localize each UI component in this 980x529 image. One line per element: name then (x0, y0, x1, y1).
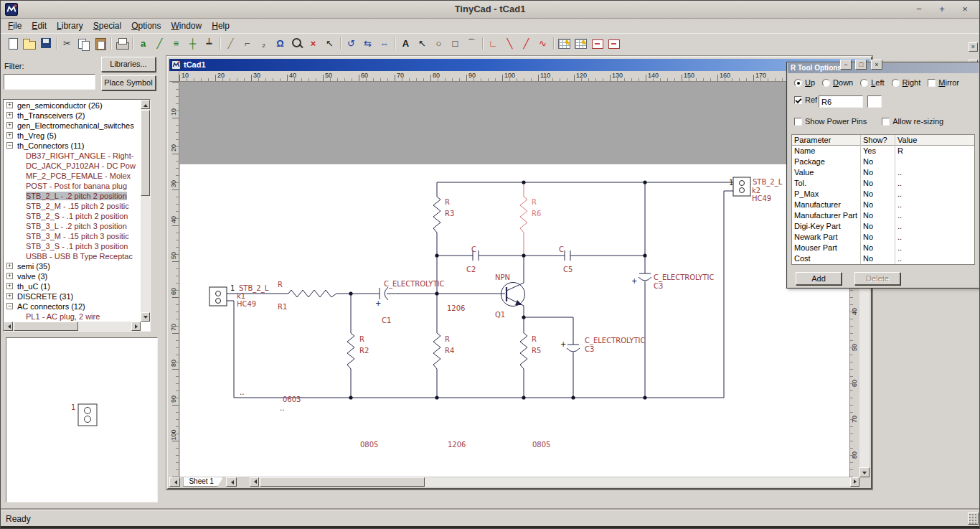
maximize-button[interactable]: + (933, 2, 951, 16)
mirror-checkbox[interactable]: Mirror (928, 78, 959, 87)
menu-window[interactable]: Window (166, 19, 207, 32)
param-row[interactable]: P_MaxNo.. (792, 189, 974, 200)
menu-options[interactable]: Options (126, 19, 166, 32)
tree-item[interactable]: DC_JACK_PJ102AH - DC Pow (4, 161, 140, 171)
minimize-button[interactable]: − (910, 2, 928, 16)
expand-icon[interactable]: + (6, 132, 13, 139)
ref-checkbox[interactable]: Ref (794, 95, 817, 104)
menu-help[interactable]: Help (207, 19, 235, 32)
tree-item[interactable]: USBB - USB B Type Receptac (4, 251, 140, 261)
tree-item[interactable]: +DISCRETE (31) (4, 291, 140, 301)
ellipse-tool-icon[interactable]: ○ (431, 36, 446, 51)
arc-tool-icon[interactable]: ⌒ (464, 36, 479, 51)
tree-horizontal-scrollbar[interactable] (4, 322, 141, 331)
scroll-right-button[interactable] (850, 477, 859, 487)
allow-resizing-checkbox[interactable]: Allow re-sizing (882, 117, 943, 126)
cut-icon[interactable]: ✂ (60, 36, 75, 51)
rotate-tool-icon[interactable]: ↺ (344, 36, 359, 51)
tool-options-title[interactable]: R Tool Options (788, 63, 979, 73)
tree-item[interactable]: DB37_RIGHT_ANGLE - Right- (4, 151, 140, 161)
sheet-scroll-right-button[interactable] (226, 477, 237, 487)
curve-tool-icon[interactable]: ∿ (535, 36, 550, 51)
select-tool-icon[interactable]: ↖ (322, 36, 337, 51)
zoom-tool-icon[interactable] (289, 36, 304, 51)
tree-item[interactable]: STB_2_M - .15 pitch 2 positic (4, 201, 140, 211)
param-row[interactable]: PackageNo (792, 156, 974, 167)
ruler-tool-icon[interactable]: ╱ (223, 36, 238, 51)
scrollbar-thumb[interactable] (14, 322, 78, 331)
tree-item[interactable]: +valve (3) (4, 271, 140, 281)
param-row[interactable]: ManufacturerNo.. (792, 200, 974, 210)
place-symbol-button[interactable]: Place Symbol (101, 75, 156, 90)
hierarchy-tool-icon[interactable]: ⇆ (360, 36, 375, 51)
param-row[interactable]: CostNo.. (792, 253, 974, 264)
tree-item[interactable]: +th_Transceivers (2) (4, 111, 140, 121)
ref-suffix-input[interactable] (867, 95, 882, 108)
expand-icon[interactable]: + (6, 293, 13, 299)
tree-item[interactable]: +th_Vreg (5) (4, 131, 140, 141)
libraries-button[interactable]: Libraries... (101, 57, 156, 72)
annotation-text-tool-icon[interactable]: A (398, 36, 413, 51)
print-icon[interactable] (114, 36, 129, 51)
param-row[interactable]: ValueNo.. (792, 167, 974, 178)
add-parameter-button[interactable]: Add (796, 272, 842, 285)
expand-icon[interactable]: + (6, 102, 13, 108)
edit-symbols-icon[interactable] (573, 36, 588, 51)
scroll-up-button[interactable] (141, 100, 150, 109)
save-file-icon[interactable] (38, 36, 53, 51)
doc-close-button[interactable]: × (871, 60, 882, 70)
junction-tool-icon[interactable]: ┼ (185, 36, 200, 51)
menu-library[interactable]: Library (52, 19, 88, 32)
scroll-down-button[interactable] (859, 467, 870, 477)
expand-icon[interactable]: + (6, 263, 13, 269)
param-row[interactable]: Tol.No.. (792, 178, 974, 189)
block-import-icon[interactable] (590, 36, 605, 51)
scrollbar-thumb[interactable] (141, 110, 150, 196)
orientation-radio-up[interactable]: Up (794, 78, 815, 87)
open-file-icon[interactable] (22, 36, 37, 51)
doc-restore-button[interactable]: □ (855, 60, 867, 70)
tree-item[interactable]: +gen_semiconductor (26) (4, 100, 140, 111)
scroll-down-button[interactable] (141, 312, 150, 322)
horizontal-scrollbar[interactable] (250, 477, 859, 487)
pointer-tool-icon[interactable]: ↖ (415, 36, 430, 51)
delete-tool-icon[interactable]: × (306, 36, 321, 51)
block-tool-icon[interactable]: ⌐ (240, 36, 255, 51)
sheet-scroll-left-button[interactable] (169, 477, 180, 487)
filter-input[interactable] (4, 74, 95, 90)
resize-grip[interactable] (968, 512, 979, 525)
copy-icon[interactable] (76, 36, 91, 51)
param-row[interactable]: Digi-Key PartNo.. (792, 221, 974, 232)
line-back-tool-icon[interactable]: ╲ (502, 36, 517, 51)
scroll-right-button[interactable] (131, 322, 141, 331)
line-tool-icon[interactable]: ╱ (519, 36, 534, 51)
edit-attributes-icon[interactable] (557, 36, 572, 51)
tree-item[interactable]: STB_3_S - .1 pitch 3 position (4, 241, 140, 251)
tree-item[interactable]: MF_2_PCB_FEMALE - Molex (4, 171, 140, 181)
show-power-pins-checkbox[interactable]: Show Power Pins (794, 117, 867, 126)
tree-item[interactable]: −AC connectors (12) (4, 301, 140, 312)
schematic-canvas[interactable]: 1STB_2_Lk1HC49RR1C_ELECTROLYTIC+C1RR2RR3… (179, 82, 859, 477)
expand-icon[interactable]: + (6, 112, 13, 118)
navigate-tool-icon[interactable]: ⇔ (377, 36, 392, 51)
orientation-radio-left[interactable]: Left (860, 78, 884, 87)
document-titlebar[interactable]: tCad1 (169, 59, 870, 71)
sheet-tab[interactable]: Sheet 1 (183, 477, 222, 487)
tree-vertical-scrollbar[interactable] (141, 100, 150, 322)
close-button[interactable]: × (956, 2, 974, 16)
paste-icon[interactable] (93, 36, 108, 51)
tree-item[interactable]: STB_3_M - .15 pitch 3 positic (4, 231, 140, 241)
tree-item[interactable]: +gen_Electromechanical_switches (4, 121, 140, 131)
menu-special[interactable]: Special (88, 19, 126, 32)
symbol-omega-tool-icon[interactable]: Ω (273, 36, 288, 51)
text-tool-icon[interactable]: a (136, 36, 151, 51)
collapse-icon[interactable]: − (6, 303, 13, 309)
expand-icon[interactable]: + (6, 283, 13, 289)
bus-tool-icon[interactable]: ≡ (169, 36, 184, 51)
power-tool-icon[interactable]: ┷ (202, 36, 217, 51)
tree-item[interactable]: POST - Post for banana plug (4, 181, 140, 191)
orientation-radio-right[interactable]: Right (892, 78, 921, 87)
collapse-icon[interactable]: − (6, 142, 13, 149)
scroll-left-button[interactable] (250, 477, 259, 487)
expand-icon[interactable]: + (6, 273, 13, 279)
